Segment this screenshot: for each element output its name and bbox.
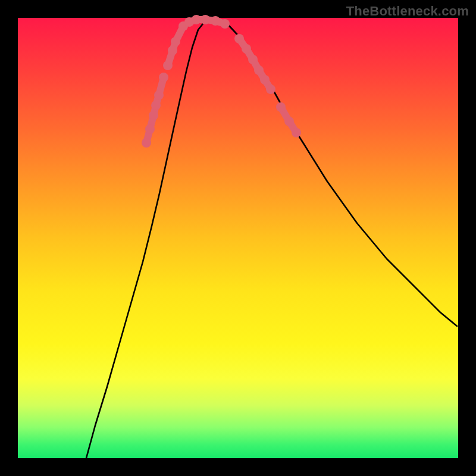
highlight-dot [234,34,244,43]
chart-stage: TheBottleneck.com [0,0,476,476]
highlight-dot [149,111,158,120]
highlight-dot [151,101,161,110]
highlight-dot [192,15,201,24]
highlight-dot [260,75,270,84]
highlight-dot [220,19,230,29]
highlight-dot [201,15,210,24]
highlight-dot [145,124,155,134]
highlight-dot [211,16,220,26]
highlight-dot [154,90,164,100]
highlight-dot [276,102,286,112]
plot-area [18,18,458,458]
highlight-dot [163,61,173,70]
highlight-dot [254,65,264,75]
highlight-dot [168,46,177,55]
highlight-dot [248,55,258,64]
highlight-dot [284,117,294,126]
highlight-dot [159,73,168,82]
highlight-dot [292,128,301,137]
highlight-dot [242,44,251,54]
chart-svg [18,18,458,458]
highlight-dot [266,84,275,94]
marker-group [142,15,301,148]
highlight-dot [171,37,180,46]
highlight-dot [142,138,151,148]
watermark-text: TheBottleneck.com [346,4,469,19]
